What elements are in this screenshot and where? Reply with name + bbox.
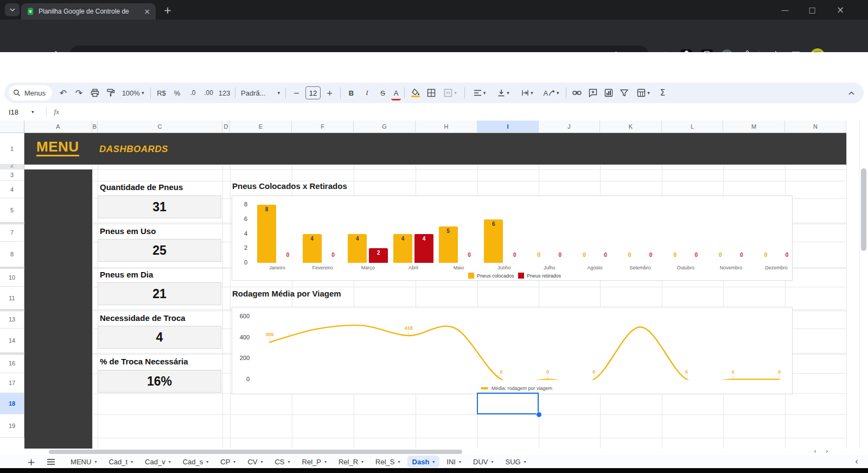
collapse-toolbar-button[interactable] — [844, 85, 859, 100]
column-header-E[interactable]: E — [230, 121, 292, 133]
merge-cells-button[interactable]: ▾ — [439, 85, 461, 100]
tab-close-icon[interactable]: × — [144, 7, 150, 16]
sheet-tab-cad_s[interactable]: Cad_s▾ — [178, 456, 214, 468]
column-header-B[interactable]: B — [92, 121, 98, 133]
spreadsheet-grid[interactable]: ABCDEFGHIJKLMN12345781011131416171819 ME… — [0, 121, 868, 449]
sheet-tab-dash[interactable]: Dash▾ — [407, 456, 440, 468]
row-header-7[interactable]: 7 — [0, 224, 24, 242]
text-rotation-button[interactable]: A ▾ — [540, 85, 563, 100]
row-header-2[interactable]: 2 — [0, 165, 24, 169]
row-header-14[interactable]: 14 — [0, 329, 24, 353]
text-wrap-button[interactable]: ▾ — [516, 85, 539, 100]
selected-cell-outline[interactable] — [477, 393, 539, 414]
scroll-left-icon[interactable]: ‹ — [814, 447, 816, 455]
sheet-tab-cs[interactable]: CS▾ — [270, 456, 295, 468]
banner-menu-link[interactable]: MENU — [36, 139, 79, 156]
insert-comment-button[interactable] — [585, 85, 600, 100]
hidden-rows-marker[interactable] — [0, 353, 24, 355]
sheet-tab-menu-icon[interactable]: ▾ — [94, 459, 97, 464]
hidden-rows-marker[interactable] — [0, 267, 24, 269]
sheet-tab-rel_r[interactable]: Rel_R▾ — [334, 456, 368, 468]
print-button[interactable] — [87, 85, 102, 100]
font-select[interactable]: Padrã...▾ — [239, 85, 282, 100]
horizontal-scrollbar[interactable]: ‹ › — [0, 449, 868, 455]
column-header-C[interactable]: C — [98, 121, 222, 133]
sheet-tab-cad_v[interactable]: Cad_v▾ — [140, 456, 176, 468]
hidden-rows-marker[interactable] — [0, 310, 24, 311]
column-header-D[interactable]: D — [222, 121, 230, 133]
scroll-right-icon[interactable]: › — [826, 447, 828, 455]
column-header-F[interactable]: F — [292, 121, 354, 133]
undo-button[interactable]: ↶ — [56, 85, 71, 100]
sheet-tab-menu-icon[interactable]: ▾ — [131, 459, 133, 464]
font-size-input[interactable]: 12 — [305, 86, 321, 99]
window-close-button[interactable]: × — [828, 2, 853, 17]
column-header-L[interactable]: L — [662, 121, 723, 133]
menus-search-button[interactable]: Menus — [9, 85, 52, 100]
row-header-17[interactable]: 17 — [0, 373, 24, 393]
sheet-tab-menu-icon[interactable]: ▾ — [260, 459, 263, 464]
browser-tab[interactable]: Planilha Google de Controle de × — [21, 3, 156, 20]
horizontal-align-button[interactable]: ▾ — [468, 85, 491, 100]
italic-button[interactable]: I — [360, 85, 374, 100]
format-percent-button[interactable]: % — [170, 85, 184, 100]
column-header-H[interactable]: H — [416, 121, 477, 133]
bold-button[interactable]: B — [344, 85, 359, 100]
sheet-tab-cad_t[interactable]: Cad_t▾ — [104, 456, 138, 468]
row-header-10[interactable]: 10 — [0, 268, 24, 287]
fill-color-button[interactable] — [408, 85, 423, 100]
row-header-19[interactable]: 19 — [0, 414, 24, 438]
column-header-G[interactable]: G — [354, 121, 416, 133]
more-formats-button[interactable]: 123 — [217, 85, 232, 100]
sheet-tab-menu-icon[interactable]: ▾ — [169, 459, 171, 464]
horizontal-scrollbar-thumb[interactable] — [49, 450, 462, 454]
row-header-5[interactable]: 5 — [0, 198, 24, 223]
sheet-tab-menu-icon[interactable]: ▾ — [524, 459, 526, 464]
zoom-select[interactable]: 100%▾ — [119, 85, 147, 100]
column-header-K[interactable]: K — [600, 121, 662, 133]
borders-button[interactable] — [424, 85, 438, 100]
sheet-tab-rel_s[interactable]: Rel_S▾ — [371, 456, 405, 468]
select-all-corner[interactable] — [0, 121, 24, 133]
add-sheet-button[interactable]: + — [27, 456, 35, 468]
format-currency-button[interactable]: R$ — [154, 85, 169, 100]
insert-chart-button[interactable] — [601, 85, 616, 100]
sheet-tab-cv[interactable]: CV▾ — [242, 456, 267, 468]
new-tab-button[interactable]: + — [161, 3, 175, 17]
sheet-tab-menu-icon[interactable]: ▾ — [206, 459, 208, 464]
hidden-rows-marker[interactable] — [0, 223, 24, 224]
strikethrough-button[interactable]: S — [375, 85, 390, 100]
column-header-A[interactable]: A — [24, 121, 92, 133]
sheet-tab-menu-icon[interactable]: ▾ — [398, 459, 400, 464]
window-maximize-button[interactable]: □ — [800, 2, 825, 17]
sheet-tab-menu-icon[interactable]: ▾ — [288, 459, 290, 464]
column-header-M[interactable]: M — [723, 121, 785, 133]
name-box-dropdown-icon[interactable]: ▾ — [31, 109, 34, 115]
all-sheets-button[interactable] — [47, 459, 55, 465]
table-tools-button[interactable]: ▾ — [633, 85, 654, 100]
vertical-scrollbar-thumb[interactable] — [861, 168, 866, 251]
row-header-3[interactable]: 3 — [0, 169, 24, 181]
insert-link-button[interactable] — [570, 85, 584, 100]
sheet-tab-sug[interactable]: SUG▾ — [500, 456, 531, 468]
create-filter-button[interactable] — [617, 85, 631, 100]
row-header-13[interactable]: 13 — [0, 311, 24, 329]
increase-font-size-button[interactable]: + — [322, 85, 337, 100]
row-header-16[interactable]: 16 — [0, 354, 24, 373]
sheet-tab-duv[interactable]: DUV▾ — [468, 456, 498, 468]
sheet-tab-menu[interactable]: MENU▾ — [66, 456, 101, 468]
row-header-18[interactable]: 18 — [0, 393, 24, 414]
sheet-tab-menu-icon[interactable]: ▾ — [361, 459, 363, 464]
fill-handle[interactable] — [536, 412, 542, 418]
text-color-button[interactable]: A — [391, 88, 401, 100]
sheet-tab-ini[interactable]: INI▾ — [442, 456, 466, 468]
row-header-1[interactable]: 1 — [0, 133, 24, 165]
functions-sigma-button[interactable]: Σ — [655, 85, 670, 100]
sheet-tab-menu-icon[interactable]: ▾ — [459, 459, 461, 464]
redo-button[interactable]: ↷ — [72, 85, 86, 100]
decrease-decimal-button[interactable]: .0 — [186, 85, 200, 100]
tab-search-button[interactable] — [5, 3, 20, 16]
sheet-tab-menu-icon[interactable]: ▾ — [324, 459, 327, 464]
row-header-11[interactable]: 11 — [0, 287, 24, 310]
row-header-8[interactable]: 8 — [0, 242, 24, 267]
